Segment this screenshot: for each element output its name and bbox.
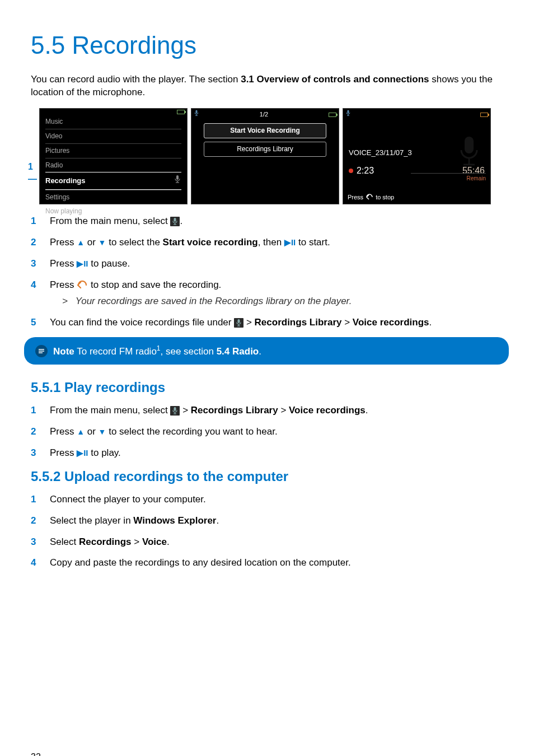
step-4-note: Your recordings are saved in the Recordi… [76, 296, 352, 306]
step-number: 3 [31, 535, 39, 549]
screenshot-recordings-menu: 1/2 Start Voice Recording Recordings Lib… [191, 108, 339, 204]
svg-rect-21 [174, 407, 176, 411]
menu-item-selected: Recordings [45, 172, 181, 189]
step-number: 3 [31, 257, 39, 270]
intro-pre: You can record audio with the player. Th… [31, 74, 241, 85]
down-arrow-icon: ▼ [99, 427, 106, 436]
step-number: 1 [31, 493, 39, 506]
step-4: Press to stop and save the recording. > … [50, 278, 509, 309]
svg-rect-12 [174, 218, 176, 222]
step-number: 2 [31, 425, 39, 438]
svg-rect-3 [196, 110, 198, 114]
note-box: Note To record FM radio1, see section 5.… [24, 337, 509, 365]
battery-low-icon [480, 113, 488, 117]
step-number: 3 [31, 446, 39, 460]
svg-rect-0 [176, 175, 179, 180]
up-arrow-icon: ▲ [77, 238, 85, 247]
step-number: 2 [31, 236, 39, 249]
subheading-upload: 5.5.2 Upload recordings to the computer [31, 467, 509, 486]
upload-step-2: Select the player in Windows Explorer. [50, 514, 509, 528]
back-icon [366, 194, 373, 200]
menu-item: Video [45, 129, 181, 143]
play-pause-icon: ▶II [284, 237, 296, 247]
svg-rect-6 [348, 110, 349, 114]
menu-item: Now playing [45, 204, 181, 218]
up-arrow-icon: ▲ [77, 427, 85, 436]
play-step-2: Press ▲ or ▼ to select the recording you… [50, 425, 509, 438]
svg-rect-9 [465, 137, 474, 153]
callout-number: 1 — [28, 108, 36, 204]
menu-item: Music [45, 115, 181, 129]
screenshot-recording: VOICE_23/11/07_3 Remain 2:23 55:46 Press… [343, 108, 491, 204]
note-icon [35, 345, 48, 357]
elapsed-time: 2:23 [357, 165, 374, 177]
battery-icon [329, 113, 336, 117]
step-number: 1 [31, 214, 39, 228]
option-recordings-library: Recordings Library [204, 142, 326, 157]
down-arrow-icon: ▼ [99, 238, 106, 247]
step-number: 1 [31, 404, 39, 417]
step-number: 4 [31, 278, 39, 309]
note-label: Note [53, 346, 74, 357]
record-dot-icon [349, 169, 353, 173]
menu-item: Pictures [45, 143, 181, 158]
press-to-stop: Press to stop [348, 193, 394, 202]
step-number: 5 [31, 316, 39, 329]
play-step-3: Press ▶II to play. [50, 446, 509, 460]
microphone-large-icon [456, 134, 483, 168]
intro: You can record audio with the player. Th… [31, 73, 509, 100]
upload-step-4: Copy and paste the recordings to any des… [50, 556, 509, 570]
option-start-recording: Start Voice Recording [204, 123, 326, 138]
play-step-1: From the main menu, select > Recordings … [50, 404, 509, 417]
svg-rect-15 [238, 319, 240, 323]
upload-step-1: Connect the player to your computer. [50, 493, 509, 506]
page-indicator: 1/2 [260, 110, 268, 119]
step-number: 4 [31, 556, 39, 570]
step-number: 2 [31, 514, 39, 528]
menu-item: Radio [45, 158, 181, 172]
back-icon [77, 279, 88, 290]
page-title: 5.5 Recordings [31, 28, 509, 63]
upload-step-3: Select Recordings > Voice. [50, 535, 509, 549]
step-2: Press ▲ or ▼ to select the Start voice r… [50, 236, 509, 249]
intro-bold: 3.1 Overview of controls and connections [241, 74, 429, 85]
play-pause-icon: ▶II [77, 448, 88, 458]
menu-item: Settings [45, 190, 181, 204]
subheading-play: 5.5.1 Play recordings [31, 378, 509, 397]
step-5: You can find the voice recordings file u… [50, 316, 509, 329]
page-number: 32 [31, 751, 509, 756]
screenshot-main-menu: Music Video Pictures Radio Recordings Se… [39, 108, 188, 204]
play-pause-icon: ▶II [77, 259, 88, 268]
microphone-icon [194, 110, 199, 119]
microphone-icon [234, 318, 243, 328]
step-3: Press ▶II to pause. [50, 257, 509, 270]
battery-icon [177, 110, 185, 114]
microphone-icon [345, 110, 351, 119]
remain-label: Remain [411, 173, 486, 183]
microphone-icon [174, 175, 181, 186]
microphone-icon [170, 406, 180, 416]
